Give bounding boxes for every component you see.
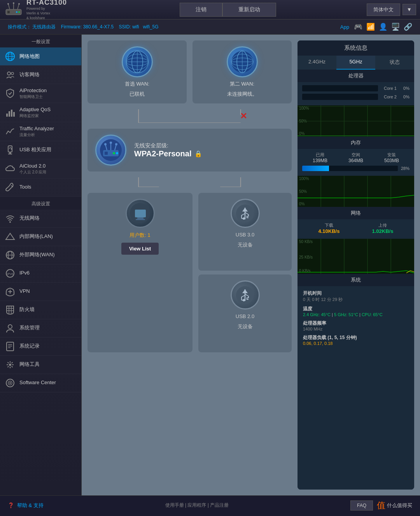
tab-5ghz[interactable]: 5GHz <box>336 56 375 70</box>
client-box: 用户数: 1 View List <box>88 193 192 352</box>
sidebar-item-admin[interactable]: 系统管理 <box>0 319 81 338</box>
sidebar-item-aicloud[interactable]: AiCloud 2.0 个人云 2.0 应用 <box>0 159 81 178</box>
top-icons: 🎮 📶 👤 🖥️ 🔗 <box>354 23 412 31</box>
svg-point-44 <box>9 382 11 384</box>
usb30-label: USB 3.0 <box>236 232 254 238</box>
usb20-box: USB 2.0 无设备 <box>198 275 292 352</box>
manual-link[interactable]: 使用手册 <box>165 502 184 508</box>
sys-section-title: 系统 <box>298 274 414 286</box>
info-bar: 操作模式： 无线路由器 Firmware: 380.66_4-X7.5 SSID… <box>0 19 420 35</box>
sidebar-item-tools[interactable]: Tools <box>0 178 81 197</box>
admin-label: 系统管理 <box>19 325 40 331</box>
reboot-button[interactable]: 重新启动 <box>222 3 276 17</box>
footer-help: ❓ 帮助 & 支持 <box>8 502 44 509</box>
svg-rect-77 <box>135 210 146 217</box>
tools-label: Tools <box>19 184 31 191</box>
aiprotection-sub: 智能网络卫士 <box>19 94 47 99</box>
sidebar-item-traffic-analyzer[interactable]: Traffic Analyzer 流量分析 <box>0 122 81 141</box>
sidebar-item-network-map[interactable]: 网络地图 <box>0 47 81 66</box>
ipv6-label: IPv6 <box>19 270 30 276</box>
sidebar-item-wireless[interactable]: 无线网络 <box>0 210 81 228</box>
tab-24ghz[interactable]: 2.4GHz <box>298 56 336 70</box>
aiprotection-icon <box>5 88 16 99</box>
mem-section: 已用 139MB 空闲 364MB 安装 503MB <box>298 149 414 176</box>
mem-total-value: 503MB <box>384 158 399 163</box>
register-link[interactable]: 产品注册 <box>210 502 229 508</box>
svg-rect-23 <box>8 154 12 154</box>
cpu-core2-bar-bg <box>302 94 378 100</box>
system-info-panel: 系统信息 2.4GHz 5GHz 状态 处理器 Core 1 0% <box>298 40 414 490</box>
wifi-icon[interactable]: 📶 <box>366 23 375 31</box>
traffic-analyzer-icon <box>5 126 16 137</box>
admin-icon <box>5 323 16 334</box>
logout-button[interactable]: 注销 <box>180 3 222 17</box>
mem-total-col: 安装 503MB <box>384 152 399 163</box>
firewall-label: 防火墙 <box>19 306 35 313</box>
mem-used-col: 已用 139MB <box>313 152 327 163</box>
firewall-icon <box>5 304 16 315</box>
net-up-value: 1.02KB/s <box>372 228 394 234</box>
mem-chart-100: 100% <box>299 177 309 181</box>
lan-icon <box>5 231 16 242</box>
svg-rect-17 <box>6 114 8 117</box>
grid-line-top <box>298 106 414 107</box>
sidebar-item-ipv6[interactable]: IPv6 IPv6 <box>0 264 81 283</box>
help-label[interactable]: 帮助 & 支持 <box>17 502 44 509</box>
sidebar-item-adaptive-qos[interactable]: Adaptive QoS 网络监控家 <box>0 103 81 122</box>
sidebar-item-software-center[interactable]: Software Center <box>0 374 81 392</box>
svg-point-16 <box>11 72 14 75</box>
freq-label: 处理器频率 <box>303 320 409 327</box>
aicloud-text: AiCloud 2.0 个人云 2.0 应用 <box>19 163 46 175</box>
vpn-icon <box>5 286 16 297</box>
wpa-text: WPA2-Personal <box>134 149 191 158</box>
mode-value: 无线路由器 <box>32 24 56 30</box>
language-button[interactable]: 简体中文 <box>367 3 400 16</box>
router-circle <box>95 135 126 166</box>
apps-link[interactable]: 应用程序 <box>187 502 206 508</box>
adaptive-qos-sub: 网络监控家 <box>19 113 51 118</box>
sidebar-item-usb-apps[interactable]: USB 相关应用 <box>0 141 81 159</box>
sidebar-item-lan[interactable]: 内部网络(LAN) <box>0 228 81 246</box>
usb30-icon <box>231 199 260 228</box>
ssid-1: wifi <box>132 24 139 30</box>
model-name: RT-AC3100 <box>26 0 67 7</box>
sidebar-item-firewall[interactable]: 防火墙 <box>0 301 81 319</box>
net-chart-25kb: 25 KB/s <box>299 255 313 259</box>
wan-label: 外部网络(WAN) <box>19 252 55 258</box>
app-label: App <box>340 24 349 30</box>
header-logo: RT-AC3100 Powered by Merlin & Vortex & k… <box>4 0 89 21</box>
faq-button[interactable]: FAQ <box>350 500 373 511</box>
language-dropdown[interactable]: ▼ <box>402 4 416 15</box>
vpn-label: VPN <box>19 288 30 295</box>
cpu-chart: 100% 50% 0% <box>298 105 414 136</box>
svg-point-3 <box>18 11 20 13</box>
gamepad-icon[interactable]: 🎮 <box>354 23 362 31</box>
mem-free-label: 空闲 <box>348 152 363 158</box>
view-list-button[interactable]: View List <box>121 243 159 255</box>
sidebar-item-wan[interactable]: 外部网络(WAN) <box>0 246 81 264</box>
sidebar-item-aiprotection[interactable]: AiProtection 智能网络卫士 <box>0 84 81 103</box>
footer-links: 使用手册 | 应用程序 | 产品注册 <box>165 502 229 509</box>
wan1-status: 已联机 <box>130 91 145 98</box>
ipv6-text: IPv6 <box>19 270 30 276</box>
network-tools-label: 网络工具 <box>19 361 40 368</box>
svg-rect-19 <box>11 110 12 117</box>
person-icon[interactable]: 👤 <box>379 23 387 31</box>
sidebar-item-network-tools[interactable]: 网络工具 <box>0 356 81 374</box>
tab-status[interactable]: 状态 <box>375 56 414 70</box>
uptime-value: 0 天 0 时 12 分 29 秒 <box>303 297 409 303</box>
content-inner: 首选 WAN: 已联机 <box>82 35 420 495</box>
share-icon[interactable]: 🔗 <box>404 23 412 31</box>
monitor-icon[interactable]: 🖥️ <box>391 23 400 31</box>
sidebar-item-guest-network[interactable]: 访客网络 <box>0 66 81 84</box>
sidebar-item-syslog[interactable]: 系统记录 <box>0 338 81 356</box>
firewall-text: 防火墙 <box>19 306 35 313</box>
usb20-status: 无设备 <box>238 323 253 330</box>
uptime-label: 开机时间 <box>303 290 409 297</box>
net-down-value: 4.10KB/s <box>318 228 340 234</box>
general-settings-title: 一般设置 <box>0 35 81 47</box>
sidebar-item-vpn[interactable]: VPN <box>0 283 81 301</box>
mem-used-value: 139MB <box>313 158 327 163</box>
wpa-label: WPA2-Personal 🔒 <box>134 149 202 158</box>
router-icon <box>4 2 23 17</box>
